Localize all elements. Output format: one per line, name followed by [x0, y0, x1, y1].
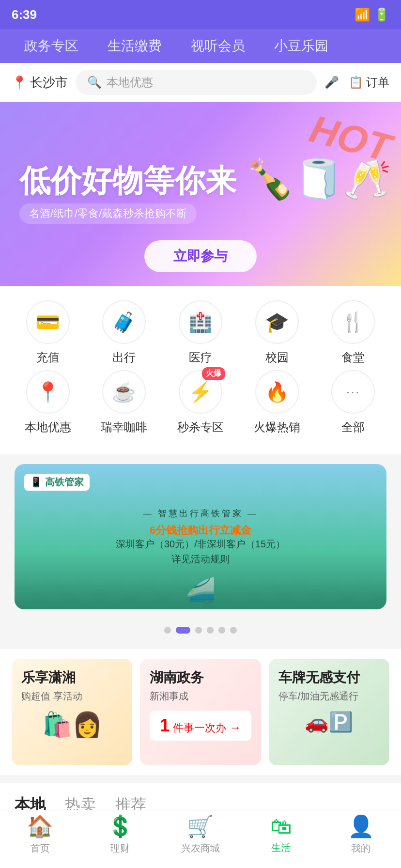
ad-detail: 深圳客户（30元）/非深圳客户（15元） — [116, 538, 285, 551]
banner-button[interactable]: 立即参与 — [144, 240, 257, 272]
recharge-icon-circle: 💳 — [26, 300, 70, 344]
icon-flash[interactable]: ⚡ 火爆 秒杀专区 — [167, 370, 234, 435]
parking-image: 🚗🅿️ — [278, 711, 380, 733]
battery-icon: 🔋 — [374, 7, 389, 22]
leyou-title: 乐享潇湘 — [21, 668, 123, 687]
hot-label: 火爆热销 — [254, 419, 300, 435]
search-icon: 🔍 — [87, 76, 102, 89]
nav-home[interactable]: 🏠 首页 — [0, 814, 80, 855]
banner-subtitle: 名酒/纸巾/零食/戴森秒杀抢购不断 — [19, 203, 197, 224]
dot-1[interactable] — [176, 627, 190, 634]
signal-icon: 📶 — [355, 7, 370, 22]
all-label: 全部 — [341, 419, 365, 435]
my-label: 我的 — [351, 842, 370, 855]
medical-label: 医疗 — [189, 350, 212, 365]
parking-subtitle: 停车/加油无感通行 — [278, 690, 380, 703]
home-icon: 🏠 — [27, 814, 53, 839]
dot-0[interactable] — [164, 627, 171, 634]
status-icons: 📶 🔋 — [355, 7, 389, 22]
hot-icon-circle: 🔥 — [255, 370, 299, 414]
nav-item-life[interactable]: 生活缴费 — [93, 29, 176, 63]
canteen-icon-circle: 🍴 — [331, 300, 375, 344]
dot-2[interactable] — [195, 627, 202, 634]
nav-item-media[interactable]: 视听会员 — [176, 29, 260, 63]
campus-icon-circle: 🎓 — [255, 300, 299, 344]
finance-label: 理财 — [110, 842, 130, 855]
gov-subtitle: 新湘事成 — [150, 690, 251, 703]
search-right: 🎤 📋 订单 — [324, 75, 389, 90]
nav-finance[interactable]: 💲 理财 — [80, 814, 161, 855]
nav-item-gov[interactable]: 政务专区 — [10, 29, 93, 63]
local-icon-circle: 📍 — [26, 370, 70, 414]
status-bar: 6:39 📶 🔋 — [0, 0, 401, 29]
feature-card-leyou[interactable]: 乐享潇湘 购超值 享活动 🛍️👩 — [12, 659, 132, 765]
ad-rule: 详见活动规则 — [116, 553, 285, 566]
life-label: 生活 — [271, 841, 291, 854]
my-icon: 👤 — [348, 814, 374, 839]
search-bar: 📍 长沙市 🔍 本地优惠 🎤 📋 订单 — [0, 63, 401, 102]
icon-all[interactable]: ··· 全部 — [319, 370, 387, 435]
location-button[interactable]: 📍 长沙市 — [12, 74, 68, 91]
feature-cards: 乐享潇湘 购超值 享活动 🛍️👩 湖南政务 新湘事成 1 件事一次办 → 车牌无… — [0, 649, 401, 775]
dot-3[interactable] — [207, 627, 214, 634]
leyou-image: 🛍️👩 — [21, 711, 123, 739]
icon-hot[interactable]: 🔥 火爆热销 — [243, 370, 311, 435]
icon-medical[interactable]: 🏥 医疗 — [167, 300, 234, 365]
dot-4[interactable] — [218, 627, 225, 634]
travel-label: 出行 — [112, 350, 136, 365]
mic-icon: 🎤 — [324, 76, 339, 89]
icon-recharge[interactable]: 💳 充值 — [14, 300, 82, 365]
feature-card-parking[interactable]: 车牌无感支付 停车/加油无感通行 🚗🅿️ — [269, 659, 389, 765]
icon-grid: 💳 充值 🧳 出行 🏥 医疗 🎓 校园 🍴 食堂 📍 本地优惠 ☕ 瑞幸咖啡 — [0, 286, 401, 454]
dot-5[interactable] — [230, 627, 237, 634]
ad-logo-text: 📱 高铁管家 — [30, 477, 84, 487]
location-label: 长沙市 — [30, 74, 68, 91]
order-label: 订单 — [366, 75, 389, 90]
ad-logo: 📱 高铁管家 — [24, 474, 90, 491]
status-time: 6:39 — [12, 7, 37, 22]
order-icon: 📋 — [349, 76, 363, 89]
all-icon-circle: ··· — [331, 370, 375, 414]
gov-title: 湖南政务 — [150, 668, 251, 687]
icon-row-2: 📍 本地优惠 ☕ 瑞幸咖啡 ⚡ 火爆 秒杀专区 🔥 火爆热销 ··· 全部 — [10, 370, 391, 435]
canteen-label: 食堂 — [341, 350, 365, 365]
medical-icon-circle: 🏥 — [179, 300, 222, 344]
nav-life[interactable]: 🛍 生活 — [241, 814, 321, 854]
flash-badge: 火爆 — [202, 367, 225, 380]
top-nav: 政务专区 生活缴费 视听会员 小豆乐园 — [0, 29, 401, 63]
parking-title: 车牌无感支付 — [278, 668, 380, 687]
travel-icon-circle: 🧳 — [102, 300, 146, 344]
banner: 低价好物等你来 名酒/纸巾/零食/戴森秒杀抢购不断 HOT 🍾🧻🥂 立即参与 — [0, 102, 401, 286]
location-icon: 📍 — [12, 75, 27, 90]
mall-icon: 🛒 — [187, 814, 214, 839]
luckin-label: 瑞幸咖啡 — [101, 419, 147, 435]
leyou-subtitle: 购超值 享活动 — [21, 690, 123, 703]
banner-title: 低价好物等你来 — [19, 164, 236, 198]
mic-button[interactable]: 🎤 — [324, 76, 339, 89]
icon-local[interactable]: 📍 本地优惠 — [14, 370, 82, 435]
feature-card-gov[interactable]: 湖南政务 新湘事成 1 件事一次办 → — [140, 659, 261, 765]
icon-canteen[interactable]: 🍴 食堂 — [319, 300, 387, 365]
banner-text: 低价好物等你来 名酒/纸巾/零食/戴森秒杀抢购不断 — [19, 164, 236, 224]
nav-my[interactable]: 👤 我的 — [321, 814, 401, 855]
campus-label: 校园 — [265, 350, 289, 365]
search-input-area[interactable]: 🔍 本地优惠 — [76, 70, 317, 95]
search-placeholder: 本地优惠 — [107, 75, 153, 90]
carousel-dots — [0, 619, 401, 641]
ad-banner[interactable]: 📱 高铁管家 — 智慧出行高铁管家 — 6分钱抢购出行立减金 深圳客户（30元）… — [15, 464, 386, 609]
flash-icon-circle: ⚡ 火爆 — [179, 370, 222, 414]
skyline-decoration — [15, 580, 386, 609]
flash-label: 秒杀专区 — [177, 419, 224, 435]
luckin-icon-circle: ☕ — [102, 370, 146, 414]
icon-travel[interactable]: 🧳 出行 — [90, 300, 158, 365]
bottom-nav: 🏠 首页 💲 理财 🛒 兴农商城 🛍 生活 👤 我的 — [0, 810, 401, 868]
nav-mall[interactable]: 🛒 兴农商城 — [160, 814, 241, 855]
life-icon: 🛍 — [270, 814, 292, 838]
icon-row-1: 💳 充值 🧳 出行 🏥 医疗 🎓 校园 🍴 食堂 — [10, 300, 391, 365]
icon-campus[interactable]: 🎓 校园 — [243, 300, 311, 365]
order-button[interactable]: 📋 订单 — [349, 75, 389, 90]
nav-item-beans[interactable]: 小豆乐园 — [260, 29, 343, 63]
ad-subtitle: 6分钱抢购出行立减金 — [116, 523, 285, 538]
icon-luckin[interactable]: ☕ 瑞幸咖啡 — [90, 370, 158, 435]
home-label: 首页 — [31, 842, 50, 855]
